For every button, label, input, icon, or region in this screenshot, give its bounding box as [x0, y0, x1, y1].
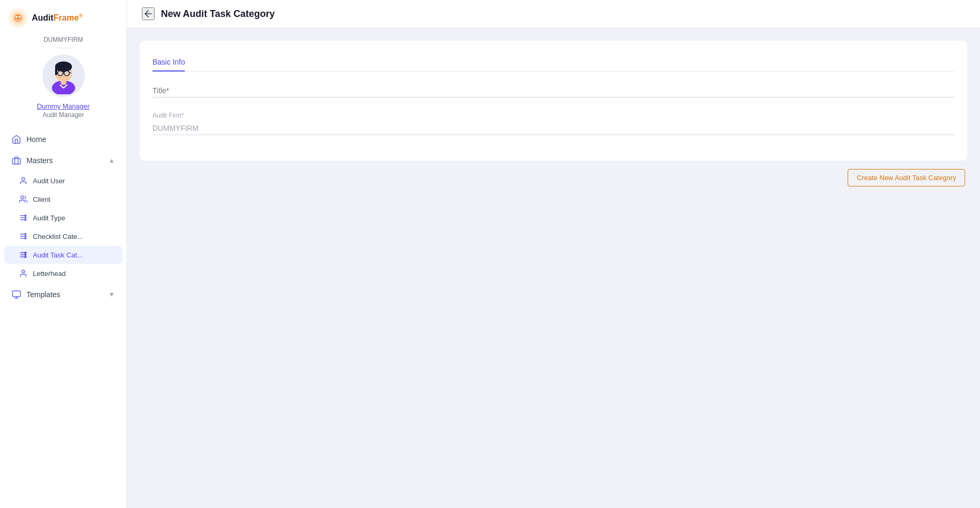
- svg-point-23: [25, 219, 26, 221]
- svg-point-8: [55, 61, 72, 72]
- create-button[interactable]: Create New Audit Task Category: [848, 169, 965, 186]
- top-bar: New Audit Task Category: [127, 0, 980, 28]
- svg-point-21: [25, 215, 26, 217]
- audit-firm-value: DUMMYFIRM: [152, 122, 955, 135]
- svg-point-4: [19, 16, 21, 18]
- sidebar-item-checklist-category[interactable]: Checklist Cate...: [4, 227, 122, 245]
- svg-point-16: [22, 177, 24, 180]
- main-content: New Audit Task Category Basic Info Title…: [127, 0, 980, 508]
- audit-task-category-icon: [19, 251, 28, 259]
- svg-rect-9: [55, 68, 57, 75]
- action-bar: Create New Audit Task Category: [140, 169, 967, 186]
- sidebar-item-audit-type[interactable]: Audit Type: [4, 209, 122, 227]
- avatar: [42, 55, 85, 97]
- svg-point-22: [25, 217, 26, 219]
- logo-text: AuditFrame®: [32, 13, 83, 23]
- audit-user-icon: [19, 176, 28, 185]
- sidebar-item-client[interactable]: Client: [4, 190, 122, 208]
- sidebar-item-audit-user[interactable]: Audit User: [4, 172, 122, 190]
- user-role: Audit Manager: [42, 111, 84, 119]
- home-icon: [12, 135, 21, 144]
- client-icon: [19, 195, 28, 203]
- templates-label: Templates: [26, 290, 103, 299]
- logo-icon: [8, 8, 28, 28]
- templates-chevron-icon: ▼: [109, 291, 115, 298]
- masters-label: Masters: [26, 156, 103, 165]
- audit-type-icon: [19, 213, 28, 222]
- svg-point-34: [25, 254, 26, 256]
- checklist-category-label: Checklist Cate...: [33, 233, 83, 240]
- masters-chevron-icon: ▲: [109, 157, 115, 164]
- sidebar: AuditFrame® DUMMYFIRM Dummy Man: [0, 0, 127, 508]
- svg-point-27: [25, 234, 26, 235]
- audit-firm-label: Audit Firm*: [152, 112, 184, 119]
- svg-point-33: [25, 252, 26, 254]
- client-label: Client: [33, 195, 50, 203]
- letterhead-icon: [19, 269, 28, 278]
- home-label: Home: [26, 135, 115, 144]
- firm-name: DUMMYFIRM: [43, 36, 83, 43]
- divider: [53, 48, 74, 48]
- user-name-link[interactable]: Dummy Manager: [37, 102, 90, 110]
- checklist-category-icon: [19, 232, 28, 240]
- audit-type-label: Audit Type: [33, 214, 65, 222]
- audit-task-category-label: Audit Task Cat...: [33, 251, 83, 259]
- sidebar-item-templates[interactable]: Templates ▼: [4, 284, 122, 305]
- svg-point-17: [21, 196, 23, 199]
- letterhead-label: Letterhead: [33, 270, 66, 278]
- avatar-illustration: [45, 57, 82, 94]
- sidebar-item-audit-task-category[interactable]: Audit Task Cat...: [4, 246, 122, 264]
- nav-section: Home Masters ▲ Audit User: [0, 129, 127, 306]
- sidebar-item-masters[interactable]: Masters ▲: [4, 150, 122, 171]
- masters-icon: [12, 156, 21, 165]
- svg-point-28: [25, 236, 26, 237]
- svg-point-35: [25, 256, 26, 258]
- templates-icon: [12, 290, 21, 299]
- content-area: Basic Info Title* Audit Firm* DUMMYFIRM …: [127, 28, 980, 508]
- svg-point-36: [22, 270, 24, 273]
- audit-firm-field-group: Audit Firm* DUMMYFIRM: [152, 110, 955, 135]
- form-card: Basic Info Title* Audit Firm* DUMMYFIRM: [140, 41, 967, 161]
- svg-line-13: [56, 73, 58, 73]
- sidebar-item-letterhead[interactable]: Letterhead: [4, 264, 122, 282]
- title-input[interactable]: [152, 84, 955, 97]
- svg-point-10: [58, 70, 63, 76]
- audit-user-label: Audit User: [33, 177, 65, 185]
- svg-line-14: [69, 73, 71, 73]
- svg-point-11: [64, 70, 69, 76]
- title-field-group: Title*: [152, 84, 955, 97]
- svg-rect-15: [13, 158, 21, 164]
- svg-point-3: [15, 16, 17, 18]
- sidebar-item-home[interactable]: Home: [4, 129, 122, 149]
- tab-basic-info[interactable]: Basic Info: [152, 54, 185, 72]
- back-button[interactable]: [142, 7, 155, 20]
- page-title: New Audit Task Category: [161, 8, 275, 20]
- tab-bar: Basic Info: [152, 54, 955, 72]
- svg-point-29: [25, 238, 26, 239]
- logo-area: AuditFrame®: [0, 8, 91, 28]
- svg-rect-37: [13, 291, 21, 297]
